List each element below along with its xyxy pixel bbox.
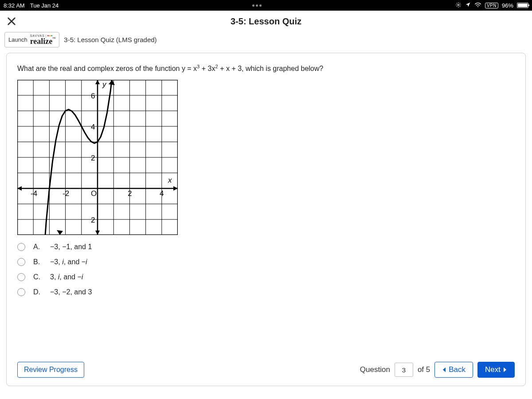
radio-b[interactable] bbox=[17, 258, 25, 266]
svg-text:-2: -2 bbox=[63, 189, 69, 198]
chevron-left-icon bbox=[442, 367, 446, 372]
option-letter: A. bbox=[33, 243, 42, 251]
multitask-dots[interactable] bbox=[59, 4, 455, 7]
svg-text:2: 2 bbox=[91, 154, 95, 162]
realize-logo: SAVVAS | realize™ bbox=[30, 34, 56, 45]
page-title: 3-5: Lesson Quiz bbox=[231, 16, 301, 27]
svg-marker-54 bbox=[443, 368, 446, 372]
svg-marker-37 bbox=[17, 186, 22, 191]
question-prompt: What are the real and complex zeros of t… bbox=[17, 64, 515, 73]
answer-options: A. −3, −1, and 1 B. −3, i, and −i C. 3, … bbox=[17, 243, 515, 296]
radio-c[interactable] bbox=[17, 273, 25, 281]
svg-text:2: 2 bbox=[128, 189, 132, 198]
function-graph: -4 -2 O 2 4 6 4 2 2 y x bbox=[17, 80, 178, 235]
svg-line-7 bbox=[457, 6, 457, 6]
app-header: 3-5: Lesson Quiz bbox=[0, 11, 532, 32]
svg-marker-55 bbox=[504, 368, 506, 372]
svg-text:y: y bbox=[102, 80, 107, 89]
wifi-icon bbox=[474, 2, 481, 9]
svg-text:4: 4 bbox=[160, 189, 164, 198]
ipad-status-bar: 8:32 AM Tue Jan 24 VPN 96% bbox=[0, 0, 532, 11]
option-b[interactable]: B. −3, i, and −i bbox=[17, 258, 515, 266]
vpn-badge: VPN bbox=[485, 3, 498, 8]
question-card: What are the real and complex zeros of t… bbox=[6, 53, 526, 386]
back-button[interactable]: Back bbox=[434, 362, 473, 378]
svg-marker-52 bbox=[109, 80, 115, 85]
option-letter: C. bbox=[33, 273, 42, 281]
location-icon bbox=[465, 2, 471, 9]
next-button[interactable]: Next bbox=[477, 362, 515, 378]
svg-marker-38 bbox=[95, 80, 100, 84]
battery-icon bbox=[517, 3, 528, 8]
option-text: −3, −2, and 3 bbox=[50, 288, 92, 296]
svg-marker-39 bbox=[95, 231, 100, 235]
option-letter: B. bbox=[33, 258, 42, 266]
radio-d[interactable] bbox=[17, 288, 25, 296]
question-total: of 5 bbox=[418, 365, 430, 374]
option-letter: D. bbox=[33, 288, 42, 296]
option-text: −3, −1, and 1 bbox=[50, 243, 92, 251]
question-number-input[interactable]: 3 bbox=[395, 363, 413, 377]
svg-marker-36 bbox=[173, 186, 178, 191]
close-button[interactable] bbox=[5, 15, 18, 27]
launch-chip[interactable]: Launch SAVVAS | realize™ bbox=[4, 32, 59, 47]
svg-text:6: 6 bbox=[91, 92, 95, 100]
battery-percent: 96% bbox=[502, 2, 513, 9]
svg-point-0 bbox=[458, 4, 459, 6]
svg-text:O: O bbox=[91, 189, 97, 198]
svg-line-8 bbox=[460, 3, 460, 3]
question-label: Question bbox=[360, 365, 390, 374]
option-d[interactable]: D. −3, −2, and 3 bbox=[17, 288, 515, 296]
radio-a[interactable] bbox=[17, 243, 25, 251]
svg-text:2: 2 bbox=[91, 216, 95, 224]
launch-subtitle: 3-5: Lesson Quiz (LMS graded) bbox=[64, 36, 156, 43]
review-progress-button[interactable]: Review Progress bbox=[17, 362, 84, 378]
svg-line-5 bbox=[457, 3, 457, 3]
launch-bar: Launch SAVVAS | realize™ 3-5: Lesson Qui… bbox=[0, 32, 532, 53]
option-text: −3, i, and −i bbox=[50, 258, 87, 266]
svg-text:-4: -4 bbox=[31, 189, 37, 198]
status-date: Tue Jan 24 bbox=[30, 2, 59, 9]
svg-text:x: x bbox=[168, 176, 172, 184]
option-text: 3, i, and −i bbox=[50, 273, 83, 281]
status-time: 8:32 AM bbox=[4, 2, 25, 9]
launch-prefix: Launch bbox=[8, 36, 27, 43]
svg-marker-51 bbox=[57, 230, 63, 235]
option-c[interactable]: C. 3, i, and −i bbox=[17, 273, 515, 281]
option-a[interactable]: A. −3, −1, and 1 bbox=[17, 243, 515, 251]
brightness-icon bbox=[455, 2, 462, 9]
svg-text:4: 4 bbox=[91, 123, 95, 131]
card-footer: Review Progress Question 3 of 5 Back Nex… bbox=[17, 356, 515, 378]
svg-point-9 bbox=[477, 6, 478, 7]
svg-line-6 bbox=[460, 6, 460, 6]
chevron-right-icon bbox=[503, 367, 507, 372]
